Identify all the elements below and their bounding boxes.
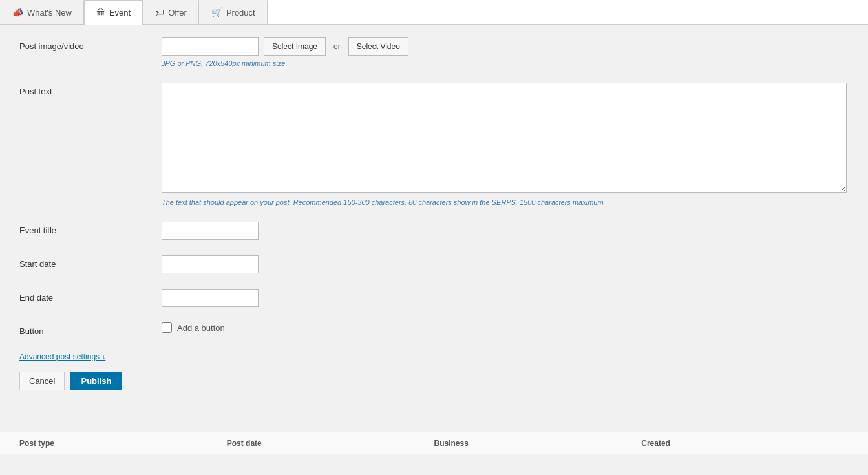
end-date-input[interactable] [162,289,259,307]
advanced-settings-link[interactable]: Advanced post settings ↓ [19,352,105,361]
post-text-hint: The text that should appear on your post… [162,198,849,206]
advanced-settings-text: Advanced post settings ↓ [19,352,105,361]
end-date-row: End date [19,289,849,307]
button-controls: Add a button [162,322,849,333]
footer-col-post-type: Post type [19,439,227,448]
footer-col-business: Business [434,439,642,448]
tab-product[interactable]: 🛒 Product [199,0,268,24]
end-date-controls [162,289,849,307]
tabs-bar: 📣 What's New 🏛 Event 🏷 Offer 🛒 Product [0,0,868,25]
start-date-label: Start date [19,255,162,269]
publish-button[interactable]: Publish [70,372,122,390]
whats-new-icon: 📣 [12,7,23,17]
post-text-area[interactable] [162,83,847,193]
offer-icon: 🏷 [155,7,164,17]
footer-bar: Post type Post date Business Created [0,432,868,454]
post-text-controls: The text that should appear on your post… [162,83,849,206]
add-button-checkbox[interactable] [162,322,172,333]
product-icon: 🛒 [211,7,222,17]
start-date-controls [162,255,849,273]
form-body: Post image/video Select Image -or- Selec… [0,25,868,432]
image-url-input[interactable] [162,37,259,56]
tab-whats-new-label: What's New [27,8,72,17]
tab-event[interactable]: 🏛 Event [84,0,143,25]
select-video-button[interactable]: Select Video [348,37,408,56]
image-hint: JPG or PNG, 720x540px minimum size [162,59,849,67]
tab-offer[interactable]: 🏷 Offer [143,0,199,24]
post-image-row: Post image/video Select Image -or- Selec… [19,37,849,67]
tab-whats-new[interactable]: 📣 What's New [0,0,84,24]
event-title-label: Event title [19,222,162,235]
add-button-row: Add a button [162,322,849,333]
cancel-button[interactable]: Cancel [19,372,65,390]
button-row-container: Button Add a button [19,322,849,336]
image-row-controls: Select Image -or- Select Video [162,37,849,56]
event-title-row: Event title [19,222,849,240]
action-buttons: Cancel Publish [19,372,849,390]
post-text-row: Post text The text that should appear on… [19,83,849,206]
tab-event-label: Event [109,8,131,17]
post-image-controls: Select Image -or- Select Video JPG or PN… [162,37,849,67]
or-separator: -or- [331,42,343,51]
event-icon: 🏛 [96,8,105,18]
button-label: Button [19,322,162,336]
post-image-label: Post image/video [19,37,162,51]
end-date-label: End date [19,289,162,302]
event-title-input[interactable] [162,222,259,240]
event-title-controls [162,222,849,240]
start-date-input[interactable] [162,255,259,273]
post-text-label: Post text [19,83,162,96]
tab-offer-label: Offer [168,8,187,17]
footer-col-post-date: Post date [227,439,434,448]
tab-product-label: Product [226,8,255,17]
start-date-row: Start date [19,255,849,273]
footer-col-created: Created [641,439,849,448]
select-image-button[interactable]: Select Image [264,37,326,56]
add-button-label[interactable]: Add a button [177,323,225,333]
